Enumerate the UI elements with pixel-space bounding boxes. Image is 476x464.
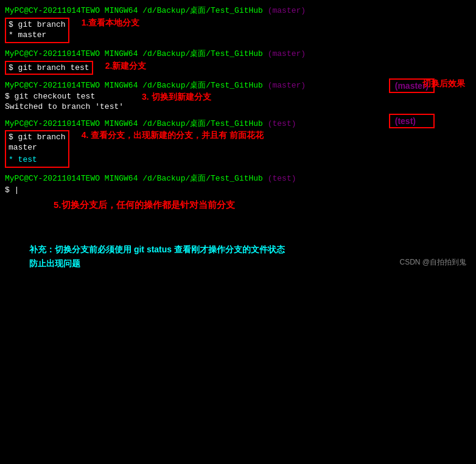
prompt-user-5: MyPC@CY-20211014TEWO xyxy=(5,174,100,183)
prompt-path-1: MINGW64 /d/Backup/桌面/Test_GitHub xyxy=(105,6,263,15)
prompt-path-4: MINGW64 /d/Backup/桌面/Test_GitHub xyxy=(105,119,263,128)
block5-prompt: MyPC@CY-20211014TEWO MINGW64 /d/Backup/桌… xyxy=(5,173,471,185)
watermark: CSDN @自拍拍到鬼 xyxy=(399,257,466,268)
prompt-branch-2: (master) xyxy=(268,49,306,58)
block5-annotation: 5.切换分支后，任何的操作都是针对当前分支 xyxy=(54,199,471,211)
block5-cmd: $ xyxy=(5,185,15,195)
prompt-branch-master-3: (master) xyxy=(268,81,306,90)
block5-section: MyPC@CY-20211014TEWO MINGW64 /d/Backup/桌… xyxy=(5,171,471,212)
block3-cmd1: $ git checkout test xyxy=(5,92,124,101)
terminal-window: MyPC@CY-20211014TEWO MINGW64 /d/Backup/桌… xyxy=(0,0,476,275)
block3-output: Switched to branch 'test' xyxy=(5,101,124,113)
block2-command-box: $ git branch test xyxy=(5,61,93,75)
block4-output-master: master xyxy=(9,142,66,154)
block4-output-test: * test xyxy=(9,154,66,166)
prompt-path-5: MINGW64 /d/Backup/桌面/Test_GitHub xyxy=(105,174,263,183)
prompt-user-1: MyPC@CY-20211014TEWO xyxy=(5,6,100,15)
block1-section: MyPC@CY-20211014TEWO MINGW64 /d/Backup/桌… xyxy=(5,4,471,44)
block1-output-master: * master xyxy=(9,29,66,41)
prompt-branch-4: (test) xyxy=(268,119,296,128)
block3-section: MyPC@CY-20211014TEWO MINGW64 /d/Backup/桌… xyxy=(5,78,471,114)
block2-section: MyPC@CY-20211014TEWO MINGW64 /d/Backup/桌… xyxy=(5,47,471,76)
block3-annotation: 3. 切换到新建分支 xyxy=(142,92,211,103)
prompt-branch-5: (test) xyxy=(268,174,296,183)
block1-annotation: 1.查看本地分支 xyxy=(82,18,140,29)
block4-prompt: MyPC@CY-20211014TEWO MINGW64 /d/Backup/桌… xyxy=(5,118,471,130)
block2-cmd: $ git branch test xyxy=(9,63,89,72)
block4-cmd: $ git branch xyxy=(9,133,66,142)
prompt-user-3: MyPC@CY-20211014TEWO xyxy=(5,81,100,90)
supplement-line1: 补充：切换分支前必须使用 git status 查看刚才操作分支的文件状态 xyxy=(29,243,471,257)
prompt-user-4: MyPC@CY-20211014TEWO xyxy=(5,119,100,128)
block4-section: MyPC@CY-20211014TEWO MINGW64 /d/Backup/桌… xyxy=(5,117,471,170)
block3-cmds: $ git checkout test Switched to branch '… xyxy=(5,92,124,113)
block4-command-box: $ git branch master * test xyxy=(5,130,69,168)
block2-annotation: 2.新建分支 xyxy=(105,61,147,72)
block3-side-annotation: 切换后效果 xyxy=(422,78,465,89)
prompt-path-3: MINGW64 /d/Backup/桌面/Test_GitHub xyxy=(105,81,263,90)
block1-cmd: $ git branch xyxy=(9,20,66,29)
prompt-user-2: MyPC@CY-20211014TEWO xyxy=(5,49,100,58)
block4-annotation: 4. 查看分支，出现新建的分支，并且有 前面花花 xyxy=(82,130,264,141)
prompt-path-2: MINGW64 /d/Backup/桌面/Test_GitHub xyxy=(105,49,263,58)
block5-cursor: | xyxy=(15,185,19,195)
prompt-branch-1: (master) xyxy=(268,6,306,15)
block1-command-box: $ git branch * master xyxy=(5,18,69,44)
block1-prompt: MyPC@CY-20211014TEWO MINGW64 /d/Backup/桌… xyxy=(5,5,471,17)
block2-prompt: MyPC@CY-20211014TEWO MINGW64 /d/Backup/桌… xyxy=(5,48,471,60)
